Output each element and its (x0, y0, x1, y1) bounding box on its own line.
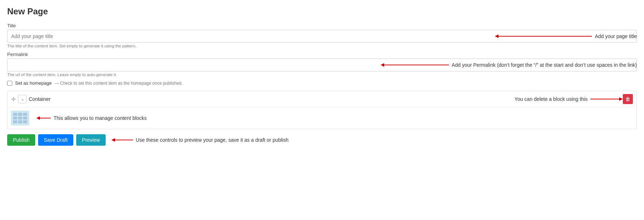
block-container: ✛ ⌄ Container You can delete a block usi… (7, 91, 637, 129)
block-header: ✛ ⌄ Container You can delete a block usi… (8, 91, 636, 107)
preview-button[interactable]: Preview (76, 134, 106, 146)
bottom-bar-annotation: Use these controls to preview your page,… (111, 137, 289, 143)
permalink-field-group: Permalink Add your Permalink (don’t forg… (7, 52, 637, 77)
bottom-bar: Publish Save Draft Preview Use these con… (7, 134, 637, 146)
grid-dot (23, 120, 27, 123)
permalink-hint: The url of the content item. Leave empty… (7, 72, 637, 77)
chevron-down-button[interactable]: ⌄ (18, 95, 27, 103)
grid-dot (13, 113, 17, 116)
block-body: This allows you to manage content blocks (8, 107, 636, 129)
publish-button[interactable]: Publish (7, 134, 35, 146)
delete-block-button[interactable]: 🗑 (623, 94, 633, 104)
block-label: Container (29, 96, 621, 102)
grid-dot (23, 113, 27, 116)
homepage-checkbox-row: Set as homepage — Check to set this cont… (7, 80, 637, 86)
permalink-input-wrapper: Add your Permalink (don’t forget the “/”… (7, 58, 637, 71)
title-hint: The title of the content item. Set empty… (7, 44, 637, 48)
content-block-annotation: This allows you to manage content blocks (36, 115, 147, 121)
title-input-wrapper: Add your page title (7, 30, 637, 43)
permalink-input[interactable] (7, 58, 637, 71)
grid-dot (23, 117, 27, 120)
grid-dot (18, 113, 22, 116)
bottom-annotation-text: Use these controls to preview your page,… (136, 137, 289, 143)
homepage-note: — Check to set this content item as the … (55, 81, 183, 86)
save-draft-button[interactable]: Save Draft (38, 134, 73, 146)
drag-handle-icon[interactable]: ✛ (11, 96, 16, 103)
grid-dot (13, 117, 17, 120)
page-title: New Page (7, 6, 637, 17)
title-input[interactable] (7, 30, 637, 43)
homepage-label: Set as homepage (15, 80, 52, 86)
homepage-checkbox[interactable] (7, 81, 12, 86)
title-field-group: Title Add your page title The title of t… (7, 23, 637, 48)
grid-dot (18, 117, 22, 120)
permalink-label: Permalink (7, 52, 637, 57)
title-label: Title (7, 23, 637, 28)
bottom-arrow (111, 138, 133, 142)
content-block-indicator (11, 111, 29, 125)
content-block-annotation-text: This allows you to manage content blocks (54, 115, 147, 121)
grid-dot (13, 120, 17, 123)
grid-dot (18, 120, 22, 123)
content-block-arrow (36, 116, 51, 120)
